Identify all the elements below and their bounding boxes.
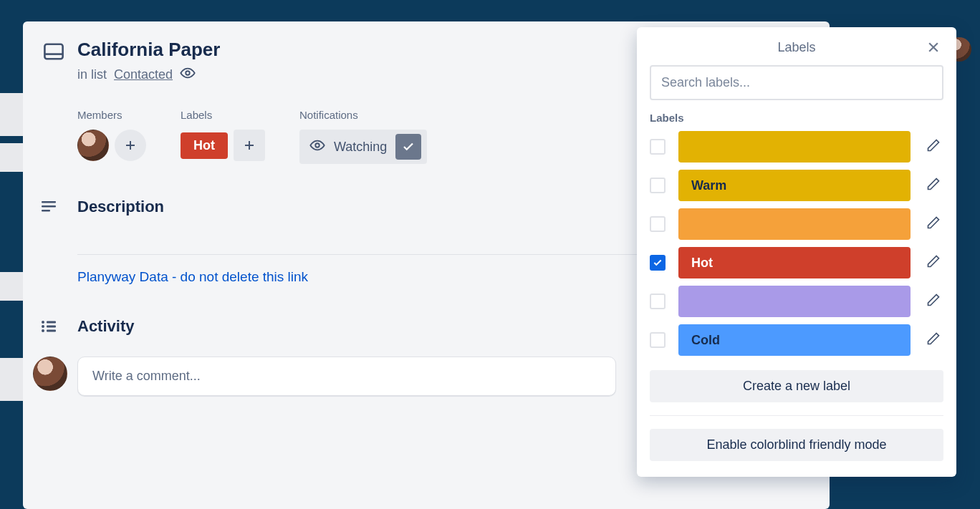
svg-rect-16 (47, 330, 56, 332)
labels-popover: Labels Labels WarmHotCold Create a new l… (637, 27, 956, 477)
labels-section-label: Labels (650, 112, 943, 124)
label-row: Cold (650, 324, 943, 356)
card-subtitle: in list Contacted (77, 65, 220, 84)
comment-input[interactable]: Write a comment... (77, 357, 616, 396)
watching-eye-icon (180, 65, 196, 84)
add-member-button[interactable] (115, 130, 146, 161)
label-row: Hot (650, 247, 943, 278)
pencil-icon[interactable] (923, 135, 943, 158)
label-checkbox[interactable] (650, 216, 666, 232)
background-strip (0, 143, 23, 172)
create-label-button[interactable]: Create a new label (650, 370, 943, 402)
label-checkbox[interactable] (650, 294, 666, 309)
notifications-label: Notifications (299, 109, 427, 121)
label-chip-hot[interactable]: Hot (181, 132, 228, 159)
pencil-icon[interactable] (923, 290, 943, 313)
svg-point-13 (42, 325, 44, 328)
notifications-block: Notifications Watching (299, 109, 427, 164)
label-row: Warm (650, 170, 943, 201)
svg-rect-10 (42, 210, 50, 212)
labels-list: WarmHotCold (650, 131, 943, 356)
pencil-icon[interactable] (923, 174, 943, 197)
label-color-bar[interactable] (678, 131, 911, 163)
label-row (650, 208, 943, 240)
label-row (650, 286, 943, 317)
label-color-bar[interactable]: Warm (678, 170, 911, 201)
members-block: Members (77, 109, 146, 164)
background-strip (0, 93, 23, 136)
watching-toggle[interactable]: Watching (299, 130, 427, 164)
label-checkbox[interactable] (650, 255, 666, 271)
label-color-bar[interactable] (678, 208, 911, 240)
pencil-icon[interactable] (923, 329, 943, 352)
svg-point-7 (315, 143, 320, 147)
member-avatar[interactable] (77, 130, 109, 161)
activity-heading: Activity (77, 317, 134, 336)
label-checkbox[interactable] (650, 139, 666, 155)
svg-rect-0 (44, 44, 62, 59)
in-list-prefix: in list (77, 67, 107, 82)
eye-icon (309, 137, 325, 157)
list-name-link[interactable]: Contacted (114, 67, 173, 82)
background-strip (0, 358, 23, 401)
label-color-bar[interactable]: Hot (678, 247, 911, 278)
label-checkbox[interactable] (650, 332, 666, 348)
svg-rect-12 (47, 321, 56, 324)
svg-rect-14 (47, 326, 56, 328)
labels-block: Labels Hot (181, 109, 265, 164)
close-icon[interactable] (923, 37, 943, 60)
activity-icon (33, 318, 64, 335)
label-color-bar[interactable]: Cold (678, 324, 911, 356)
comment-avatar (33, 357, 67, 391)
watching-text: Watching (334, 140, 387, 155)
members-label: Members (77, 109, 146, 121)
labels-search-input[interactable] (650, 65, 943, 100)
watching-checked-icon (395, 134, 421, 160)
label-color-bar[interactable] (678, 286, 911, 317)
add-label-button[interactable] (234, 130, 265, 161)
label-row (650, 131, 943, 163)
description-icon (33, 198, 64, 215)
svg-rect-8 (42, 201, 56, 203)
label-checkbox[interactable] (650, 178, 666, 193)
svg-point-15 (42, 329, 44, 332)
pencil-icon[interactable] (923, 213, 943, 236)
card-title[interactable]: California Paper (77, 39, 220, 61)
popover-divider (650, 415, 943, 416)
svg-point-11 (42, 321, 44, 324)
svg-point-2 (186, 71, 190, 75)
labels-label: Labels (181, 109, 265, 121)
svg-rect-9 (42, 205, 56, 208)
labels-popover-title: Labels (777, 40, 815, 54)
pencil-icon[interactable] (923, 251, 943, 274)
colorblind-mode-button[interactable]: Enable colorblind friendly mode (650, 429, 943, 461)
background-strip (0, 272, 23, 301)
card-icon (43, 43, 64, 63)
description-heading: Description (77, 198, 164, 216)
